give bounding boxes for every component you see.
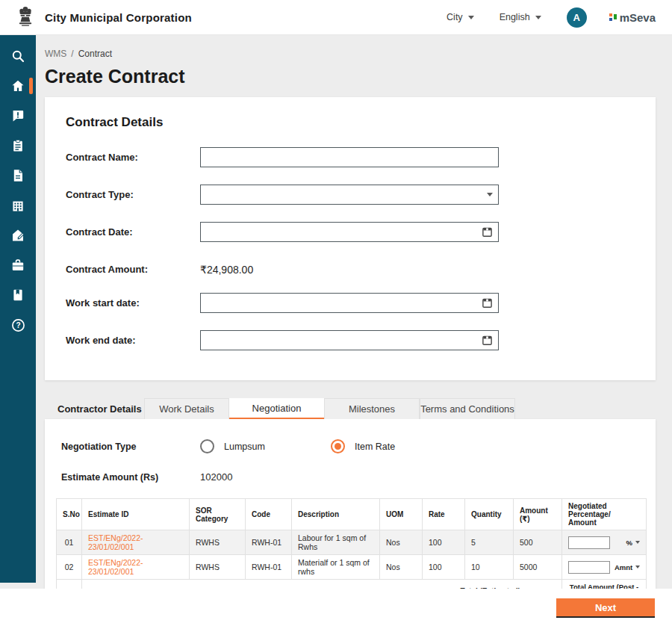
work-end-label: Work end date:	[66, 335, 200, 346]
city-dropdown[interactable]: City	[447, 12, 474, 22]
estimate-amount-label: Estimate Amount (Rs)	[61, 472, 200, 483]
tab-milestones[interactable]: Milestones	[324, 398, 420, 419]
sidebar-item-works[interactable]	[0, 250, 36, 280]
footer-empty-cell	[57, 580, 82, 589]
sidebar-item-municipal[interactable]	[0, 190, 36, 220]
negotiation-table: S.No Estimate ID SOR Category Code Descr…	[56, 498, 647, 589]
sidebar-item-home[interactable]	[0, 71, 36, 101]
radio-lumpsum-label: Lumpsum	[224, 441, 265, 452]
total-post-negotiation-label: Total Amount (Post -negotiation)	[562, 580, 647, 589]
negotiated-unit-dropdown[interactable]: %	[626, 539, 640, 547]
col-header-negotiated: Negotiated Percentage/ Amount	[562, 499, 647, 530]
estimate-amount-row: Estimate Amount (Rs) 102000	[56, 471, 646, 483]
contract-date-field[interactable]	[200, 222, 499, 242]
tab-work-details[interactable]: Work Details	[144, 398, 229, 419]
table-row: 01 EST/ENg/2022-23/01/02/001 RWHS RWH-01…	[57, 530, 647, 555]
sidebar: ?	[0, 35, 36, 583]
action-bar: Next	[0, 589, 672, 629]
negotiated-value-input[interactable]	[568, 536, 610, 549]
next-button[interactable]: Next	[556, 598, 655, 618]
sidebar-item-tasks[interactable]	[0, 131, 36, 161]
breadcrumb: WMS / Contract	[45, 49, 656, 59]
sidebar-item-documents[interactable]	[0, 161, 36, 190]
sidebar-item-help[interactable]: ?	[0, 310, 36, 340]
contract-details-heading: Contract Details	[66, 115, 635, 130]
total-estimated-label: Total (Estimated)	[82, 580, 562, 589]
contract-name-field	[200, 147, 499, 167]
negotiation-type-label: Negotiation Type	[61, 441, 200, 452]
field-row-work-start: Work start date:	[66, 293, 635, 313]
briefcase-icon	[11, 258, 25, 272]
sidebar-item-reports[interactable]	[0, 280, 36, 310]
chevron-down-icon	[468, 16, 474, 19]
negotiated-cell: Amnt	[568, 561, 640, 574]
app-title: City Municipal Corporation	[45, 11, 192, 24]
work-start-input[interactable]	[201, 294, 498, 312]
tab-contractor-details[interactable]: Contractor Details	[45, 398, 144, 419]
col-header-sor-category: SOR Category	[190, 499, 246, 530]
cell-amount: 5000	[514, 555, 562, 580]
breadcrumb-separator: /	[71, 49, 73, 59]
contract-type-input[interactable]	[201, 185, 498, 204]
calendar-icon[interactable]	[482, 335, 493, 346]
negotiated-value-input[interactable]	[568, 561, 610, 574]
negotiation-type-row: Negotiation Type Lumpsum Item Rate	[56, 439, 646, 453]
estimate-amount-value: 102000	[200, 471, 232, 483]
chevron-down-icon	[535, 16, 541, 19]
main-region: ? WMS / Contract Create Contract Contrac…	[0, 35, 672, 589]
cell-sno: 01	[57, 530, 82, 555]
radio-lumpsum[interactable]: Lumpsum	[200, 439, 331, 453]
estimate-id-link[interactable]: EST/ENg/2022-23/01/02/001	[88, 558, 143, 576]
tab-negotiation[interactable]: Negotiation	[229, 398, 324, 419]
sidebar-item-complaints[interactable]	[0, 101, 36, 131]
chevron-down-icon	[635, 541, 640, 544]
contract-name-input[interactable]	[201, 148, 498, 167]
field-row-contract-name: Contract Name:	[66, 147, 635, 167]
work-start-field[interactable]	[200, 293, 499, 313]
negotiated-unit-dropdown[interactable]: Amnt	[615, 563, 640, 571]
language-dropdown-label: English	[500, 12, 530, 22]
page-title: Create Contract	[45, 66, 656, 87]
radio-item-rate[interactable]: Item Rate	[331, 439, 395, 453]
chevron-down-icon[interactable]	[487, 193, 493, 196]
cell-code: RWH-01	[246, 530, 292, 555]
mseva-logo-text: mSeva	[620, 11, 656, 24]
contract-type-label: Contract Type:	[66, 189, 200, 200]
breadcrumb-wms[interactable]: WMS	[45, 49, 66, 59]
user-avatar[interactable]: A	[567, 7, 587, 28]
col-header-estimate-id: Estimate ID	[82, 499, 190, 530]
document-icon	[11, 169, 25, 182]
negotiated-unit-label: Amnt	[615, 563, 632, 571]
contract-details-card: Contract Details Contract Name: Contract…	[45, 97, 656, 380]
work-end-field[interactable]	[200, 330, 499, 350]
national-emblem-icon	[15, 5, 36, 29]
work-end-input[interactable]	[201, 331, 498, 350]
radio-unselected-icon[interactable]	[200, 439, 214, 453]
cell-uom: Nos	[380, 555, 423, 580]
contract-date-input[interactable]	[201, 223, 498, 241]
estimate-id-link[interactable]: EST/ENg/2022-23/01/02/001	[88, 533, 143, 551]
radio-item-rate-label: Item Rate	[355, 441, 395, 452]
cell-amount: 500	[514, 530, 562, 555]
breadcrumb-contract: Contract	[78, 49, 112, 59]
building-icon	[11, 199, 25, 212]
complaint-icon	[11, 109, 25, 123]
cell-sno: 02	[57, 555, 82, 580]
sidebar-item-property[interactable]	[0, 220, 36, 250]
col-header-uom: UOM	[380, 499, 423, 530]
radio-selected-icon[interactable]	[331, 439, 345, 453]
cell-rate: 100	[423, 530, 465, 555]
calendar-icon[interactable]	[482, 297, 493, 309]
tab-terms-and-conditions[interactable]: Terms and Conditions	[420, 398, 515, 419]
cell-sor-category: RWHS	[190, 530, 246, 555]
chevron-down-icon	[635, 566, 640, 568]
sidebar-item-search[interactable]	[0, 41, 36, 71]
top-header: City Municipal Corporation City English …	[0, 0, 672, 35]
negotiated-cell: %	[568, 536, 640, 549]
contract-type-select[interactable]	[200, 185, 499, 205]
cell-code: RWH-01	[246, 555, 292, 580]
calendar-icon[interactable]	[482, 226, 493, 238]
language-dropdown[interactable]: English	[500, 12, 541, 22]
field-row-contract-date: Contract Date:	[66, 222, 635, 242]
bookmark-icon	[11, 288, 25, 302]
